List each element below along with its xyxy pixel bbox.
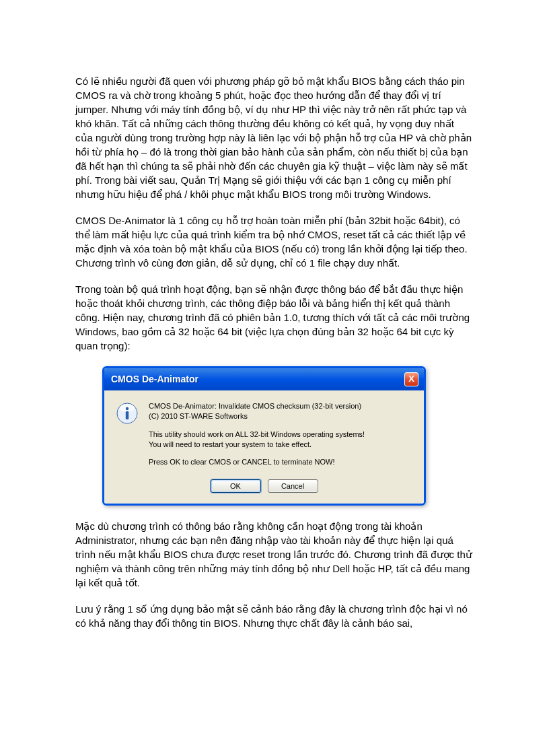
info-icon [116,403,138,424]
xp-dialog: CMOS De-Animator X CMOS De-Animator: Inv… [102,366,426,506]
ok-button[interactable]: OK [211,479,261,493]
svg-point-3 [126,407,129,410]
dialog-body: CMOS De-Animator: Invalidate CMOS checks… [104,390,424,477]
paragraph-4: Mặc dù chương trình có thông báo rằng kh… [75,519,474,590]
dialog-line-2: (C) 2010 ST-WARE Softworks [149,412,248,420]
dialog-message: CMOS De-Animator: Invalidate CMOS checks… [149,401,412,467]
cancel-button[interactable]: Cancel [268,479,318,493]
paragraph-3: Trong toàn bộ quá trình hoạt động, bạn s… [75,282,474,353]
dialog-line-1: CMOS De-Animator: Invalidate CMOS checks… [149,402,361,410]
paragraph-1: Có lẽ nhiều người đã quen với phương phá… [75,74,474,201]
dialog-title: CMOS De-Animator [111,373,198,386]
dialog-line-3: This utility should work on ALL 32-bit W… [149,430,365,438]
dialog-line-4: You will need to restart your system to … [149,440,312,448]
dialog-titlebar: CMOS De-Animator X [104,368,424,390]
paragraph-2: CMOS De-Animator là 1 công cụ hỗ trợ hoà… [75,213,474,270]
paragraph-5: Lưu ý rằng 1 số ứng dụng bảo mật sẽ cảnh… [75,602,474,630]
close-button[interactable]: X [404,372,418,386]
dialog-button-row: OK Cancel [104,477,424,504]
close-icon: X [408,373,414,385]
dialog-line-5: Press OK to clear CMOS or CANCEL to term… [149,458,335,466]
svg-rect-4 [126,411,129,419]
